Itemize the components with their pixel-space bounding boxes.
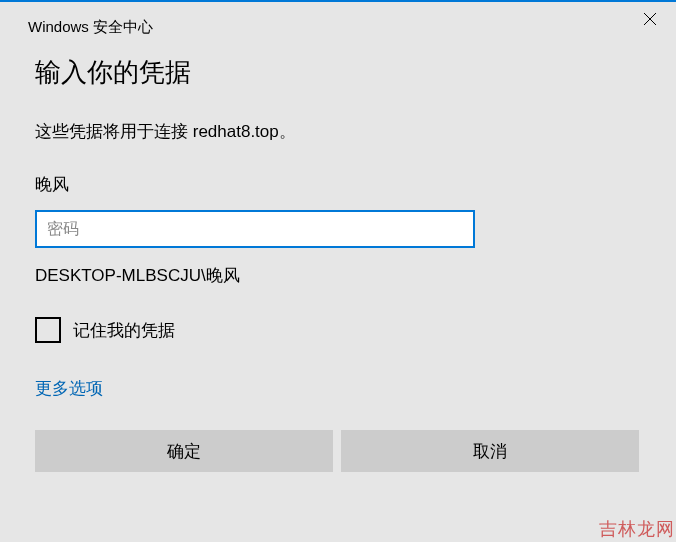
password-input[interactable] <box>35 210 475 248</box>
remember-checkbox[interactable] <box>35 317 61 343</box>
remember-label: 记住我的凭据 <box>73 319 175 342</box>
header-title: Windows 安全中心 <box>28 10 153 37</box>
dialog-header: Windows 安全中心 <box>0 2 676 37</box>
ok-button[interactable]: 确定 <box>35 430 333 472</box>
button-row: 确定 取消 <box>35 430 648 472</box>
remember-credentials-row[interactable]: 记住我的凭据 <box>35 317 648 343</box>
dialog-description: 这些凭据将用于连接 redhat8.top。 <box>35 120 648 143</box>
domain-user-label: DESKTOP-MLBSCJU\晚风 <box>35 264 648 287</box>
more-options-link[interactable]: 更多选项 <box>35 377 103 400</box>
dialog-title: 输入你的凭据 <box>35 55 648 90</box>
username-label: 晚风 <box>35 173 648 196</box>
credentials-dialog: Windows 安全中心 输入你的凭据 这些凭据将用于连接 redhat8.to… <box>0 0 676 542</box>
watermark: 吉林龙网 <box>599 517 675 541</box>
close-icon <box>644 13 656 25</box>
close-button[interactable] <box>628 4 672 34</box>
cancel-button[interactable]: 取消 <box>341 430 639 472</box>
dialog-content: 输入你的凭据 这些凭据将用于连接 redhat8.top。 晚风 DESKTOP… <box>0 55 676 472</box>
